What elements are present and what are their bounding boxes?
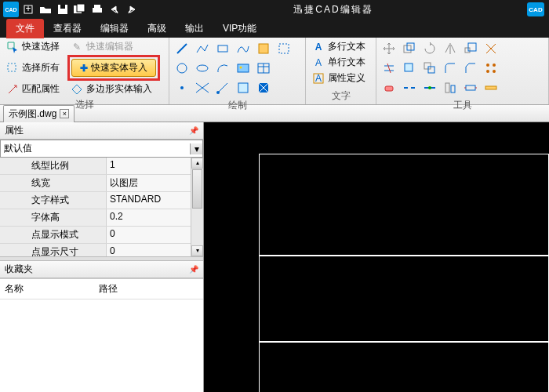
tab-editor[interactable]: 编辑器 — [91, 19, 138, 38]
fillet-icon[interactable] — [442, 60, 458, 76]
mtext-button[interactable]: A 多行文本 — [309, 39, 373, 54]
attdef-button[interactable]: A 属性定义 — [309, 71, 373, 85]
save-icon[interactable] — [55, 2, 71, 17]
tab-advanced[interactable]: 高级 — [138, 19, 176, 38]
region-icon[interactable] — [235, 80, 251, 96]
property-row[interactable]: 文字样式STANDARD — [0, 192, 203, 209]
print-icon[interactable] — [89, 2, 105, 17]
quick-import-label: 快速实体导入 — [91, 61, 147, 74]
fill-icon[interactable] — [256, 80, 271, 96]
erase-icon[interactable] — [381, 80, 397, 96]
ray-icon[interactable] — [215, 80, 231, 96]
mirror-icon[interactable] — [442, 41, 458, 56]
svg-point-38 — [493, 64, 496, 67]
property-row[interactable]: 点显示模式0 — [0, 227, 203, 244]
property-row[interactable]: 线型比例1 — [0, 158, 203, 175]
new-icon[interactable]: + — [20, 2, 36, 17]
property-row[interactable]: 字体高0.2 — [0, 209, 203, 227]
point-icon[interactable] — [174, 80, 190, 96]
line-icon[interactable] — [174, 41, 190, 56]
property-key: 线型比例 — [0, 158, 107, 174]
pin-icon[interactable]: 📌 — [189, 265, 198, 274]
scroll-down-icon[interactable]: ▾ — [191, 245, 203, 256]
default-combo[interactable]: 默认值 ▾ — [0, 140, 203, 158]
ellipse-icon[interactable] — [195, 60, 210, 76]
explode-icon[interactable] — [483, 41, 499, 56]
svg-rect-26 — [238, 83, 248, 93]
app-logo-icon: CAD — [3, 2, 19, 17]
col-name[interactable]: 名称 — [0, 281, 94, 297]
align-icon[interactable] — [442, 80, 458, 96]
property-value[interactable]: 1 — [107, 158, 203, 174]
tab-file[interactable]: 文件 — [6, 19, 44, 38]
attdef-label: 属性定义 — [328, 71, 365, 85]
chamfer-icon[interactable] — [463, 60, 478, 76]
polygon-input-button[interactable]: 多边形实体输入 — [67, 82, 155, 96]
select-all-button[interactable]: 选择所有 — [3, 60, 63, 75]
svg-point-40 — [493, 70, 496, 73]
spline-icon[interactable] — [235, 41, 251, 56]
redo-icon[interactable] — [124, 2, 140, 17]
match-props-button[interactable]: 匹配属性 — [3, 82, 63, 96]
property-value[interactable]: 以图层 — [107, 175, 203, 191]
property-value[interactable]: 0 — [107, 227, 203, 243]
drawing-canvas[interactable] — [204, 122, 549, 392]
quick-import-button[interactable]: ✚ 快速实体导入 — [71, 59, 156, 77]
polyline-icon[interactable] — [195, 41, 210, 56]
open-icon[interactable] — [38, 2, 53, 17]
col-path[interactable]: 路径 — [94, 281, 122, 297]
stretch-icon[interactable] — [463, 80, 478, 96]
quick-select-button[interactable]: 快速选择 — [3, 39, 63, 54]
match-props-icon — [6, 83, 19, 96]
break-icon[interactable] — [402, 80, 417, 96]
scale-icon[interactable] — [463, 41, 478, 56]
tab-vip[interactable]: VIP功能 — [213, 19, 266, 38]
copy-icon[interactable] — [402, 41, 417, 56]
tab-viewer[interactable]: 查看器 — [44, 19, 91, 38]
block-icon[interactable] — [256, 41, 271, 56]
extend-icon[interactable] — [402, 60, 417, 76]
property-value[interactable]: STANDARD — [107, 192, 203, 209]
svg-rect-7 — [94, 5, 100, 8]
measure-icon[interactable] — [483, 80, 499, 96]
quick-editor-button: ✎ 快速编辑器 — [67, 39, 136, 54]
rotate-icon[interactable] — [422, 41, 438, 56]
offset-icon[interactable] — [422, 60, 438, 76]
quick-editor-label: 快速编辑器 — [86, 40, 133, 53]
property-row[interactable]: 线宽以图层 — [0, 175, 203, 192]
svg-rect-3 — [60, 5, 65, 9]
property-value[interactable]: 0 — [107, 244, 203, 256]
image-icon[interactable] — [235, 60, 251, 76]
chevron-down-icon[interactable]: ▾ — [190, 143, 202, 154]
cad-badge-icon[interactable]: CAD — [527, 2, 544, 16]
arc-icon[interactable] — [215, 60, 231, 76]
circle-icon[interactable] — [174, 60, 190, 76]
quick-access-toolbar: CAD + — [0, 2, 140, 17]
close-icon[interactable]: × — [60, 109, 69, 118]
rect-icon[interactable] — [215, 41, 231, 56]
property-value[interactable]: 0.2 — [107, 209, 203, 226]
tab-output[interactable]: 输出 — [176, 19, 213, 38]
trim-icon[interactable] — [381, 60, 397, 76]
document-tab[interactable]: 示例图.dwg × — [3, 105, 75, 122]
vertical-scrollbar[interactable]: ▴ ▾ — [191, 158, 203, 256]
move-icon[interactable] — [381, 41, 397, 56]
join-icon[interactable] — [422, 80, 438, 96]
pin-icon[interactable]: 📌 — [189, 126, 198, 135]
array-icon[interactable] — [483, 60, 499, 76]
stext-button[interactable]: A 单行文本 — [309, 55, 373, 70]
ribbon-group-select: 快速选择 ✎ 快速编辑器 选择所有 ✚ 快速实体导入 — [0, 38, 169, 104]
xline-icon[interactable] — [195, 80, 210, 96]
table-icon[interactable] — [256, 60, 271, 76]
hatch-icon[interactable] — [276, 41, 292, 56]
property-row[interactable]: 点显示尺寸0 — [0, 244, 203, 256]
property-key: 文字样式 — [0, 192, 107, 209]
save-all-icon[interactable] — [72, 2, 88, 17]
svg-rect-12 — [259, 44, 268, 53]
undo-icon[interactable] — [107, 2, 122, 17]
scroll-up-icon[interactable]: ▴ — [191, 158, 203, 169]
property-key: 点显示模式 — [0, 227, 107, 243]
scroll-thumb[interactable] — [192, 169, 202, 209]
menu-bar: 文件 查看器 编辑器 高级 输出 VIP功能 — [0, 19, 549, 38]
ribbon-group-tools: 工具 — [376, 38, 549, 104]
